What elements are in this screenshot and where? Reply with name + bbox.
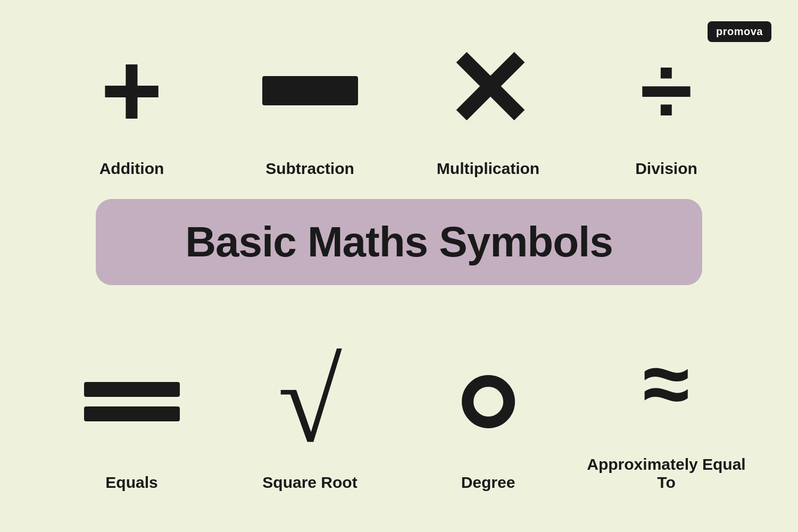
multiplication-symbol: ✕ bbox=[444, 37, 533, 144]
symbol-item-approximately: ≈ Approximately Equal To bbox=[587, 322, 746, 492]
division-symbol: ÷ bbox=[640, 43, 693, 138]
addition-symbol: + bbox=[101, 37, 163, 144]
square-root-label: Square Root bbox=[262, 473, 357, 492]
subtraction-symbol bbox=[262, 76, 358, 105]
subtraction-label: Subtraction bbox=[265, 160, 354, 178]
division-label: Division bbox=[635, 160, 697, 178]
equals-label: Equals bbox=[105, 473, 157, 492]
addition-symbol-display: + bbox=[101, 32, 163, 149]
square-root-symbol: √ bbox=[278, 352, 342, 452]
symbol-item-addition: + Addition bbox=[52, 32, 212, 178]
division-symbol-display: ÷ bbox=[640, 32, 693, 149]
equals-symbol bbox=[84, 382, 180, 421]
degree-label: Degree bbox=[461, 473, 516, 492]
symbol-item-equals: Equals bbox=[52, 340, 212, 492]
equals-bar-bottom bbox=[84, 406, 180, 421]
symbol-item-multiplication: ✕ Multiplication bbox=[409, 32, 568, 178]
degree-symbol bbox=[462, 375, 515, 428]
square-root-symbol-display: √ bbox=[278, 340, 342, 463]
symbol-item-subtraction: Subtraction bbox=[230, 32, 390, 178]
symbol-item-degree: Degree bbox=[409, 340, 568, 492]
addition-label: Addition bbox=[99, 160, 164, 178]
subtraction-symbol-display bbox=[262, 32, 358, 149]
symbol-item-division: ÷ Division bbox=[587, 32, 746, 178]
equals-bar-top bbox=[84, 382, 180, 397]
approximately-label: Approximately Equal To bbox=[587, 455, 746, 492]
bottom-symbols-row: Equals √ Square Root Degree ≈ Approximat… bbox=[0, 306, 798, 492]
approximately-symbol-display: ≈ bbox=[643, 322, 690, 445]
approximately-symbol: ≈ bbox=[643, 341, 690, 426]
top-symbols-row: + Addition Subtraction ✕ Multiplication … bbox=[0, 0, 798, 178]
multiplication-symbol-display: ✕ bbox=[444, 32, 533, 149]
equals-symbol-display bbox=[84, 340, 180, 463]
degree-symbol-display bbox=[462, 340, 515, 463]
page-title: Basic Maths Symbols bbox=[185, 218, 613, 265]
logo-badge: promova bbox=[708, 21, 771, 42]
multiplication-label: Multiplication bbox=[437, 160, 539, 178]
symbol-item-square-root: √ Square Root bbox=[230, 340, 390, 492]
title-banner: Basic Maths Symbols bbox=[96, 199, 702, 285]
